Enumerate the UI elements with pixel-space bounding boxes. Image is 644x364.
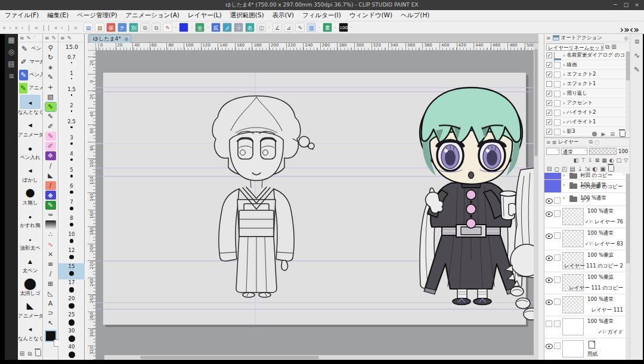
blend-drops-icon[interactable]: ≈	[45, 210, 56, 219]
brush-size-4[interactable]: 4	[58, 151, 85, 167]
auto-action-row[interactable]: ›線画	[544, 60, 626, 70]
layer-row-rough[interactable]: › 100 %通常 ラフ	[544, 193, 626, 206]
scroll-up-icon[interactable]: ˄	[623, 173, 626, 178]
brush-size-7[interactable]: 7	[58, 199, 85, 215]
nav-arrow-icon[interactable]: ❘	[26, 24, 31, 31]
subtool-menu-icon[interactable]: ≡	[45, 35, 49, 41]
auto-action-menu-icon[interactable]: ≡	[546, 35, 551, 41]
brush-size-30[interactable]: 30	[58, 328, 85, 344]
brush-size-3[interactable]: 3	[58, 135, 85, 151]
tool-preset-1[interactable]: ✐マーカ	[18, 55, 42, 69]
palette-color-select[interactable]: ˅	[546, 148, 559, 155]
action-checkbox[interactable]	[546, 110, 552, 116]
correction-pen-icon[interactable]: ✎˅	[163, 23, 172, 32]
auto-action-row[interactable]: ›ハイライト2	[544, 108, 626, 117]
nav-arrow-icon[interactable]: ❘❘	[41, 24, 51, 31]
text-tool-icon[interactable]: A	[45, 299, 56, 308]
action-checkbox[interactable]	[546, 91, 552, 97]
reference-layer-icon[interactable]: ⊤	[581, 157, 586, 163]
canvas-viewport[interactable]	[96, 51, 538, 360]
layer-row-111[interactable]: 100 %通常 レイヤー 111	[544, 294, 626, 316]
move-tool-icon[interactable]: +	[45, 83, 56, 92]
menu-page[interactable]: ページ管理(P)	[77, 11, 117, 20]
save-as-icon[interactable]: 別	[129, 23, 138, 32]
layer-row-111-copy2[interactable]: 100 %乗算 レイヤー 111 のコピー 2	[544, 250, 626, 272]
tool-preset-12[interactable]: ⬤太消しゴ	[18, 276, 42, 298]
add-set-icon[interactable]: ⊞	[611, 43, 616, 50]
layer-row-takeuchi[interactable]: › 100 %通常 竹内先輩 のコピー	[544, 180, 626, 193]
add-tool-icon[interactable]: ⊞	[20, 350, 24, 357]
expand-icon[interactable]: ›	[563, 100, 565, 106]
tool-preset-14[interactable]: ◂なんとなく	[18, 321, 42, 344]
brush-size-1[interactable]: 1	[58, 70, 85, 86]
group-icon[interactable]: ◫˅	[256, 23, 266, 32]
menu-filter[interactable]: フィルター(I)	[302, 11, 341, 20]
menu-edit[interactable]: 編集(E)	[47, 11, 69, 20]
auto-action-row[interactable]: ›エフェクト1	[544, 79, 626, 89]
visibility-eye-icon[interactable]	[546, 211, 553, 217]
record-indicator-icon[interactable]: ◎	[624, 35, 628, 41]
zoom-tool-icon[interactable]: ⚲	[45, 43, 56, 52]
duplicate-tool-icon[interactable]: ⧉	[28, 350, 32, 357]
menu-help[interactable]: ヘルプ(H)	[401, 11, 429, 20]
pink-pen-icon[interactable]: ✎	[45, 132, 56, 141]
open-file-icon[interactable]: ▨	[95, 23, 104, 32]
polyline-icon[interactable]: ◺	[45, 289, 56, 298]
balloon-tool-icon[interactable]: ⊃	[45, 309, 56, 318]
red-eyedropper-icon[interactable]: ∕	[45, 181, 56, 190]
tool-panel-menu-icon[interactable]: ≡	[20, 35, 24, 41]
close-button[interactable]: ×	[632, 0, 642, 10]
new-folder-icon[interactable]: ▤	[569, 166, 575, 172]
chevron-down-icon[interactable]: ˅	[268, 24, 271, 34]
layer-search-tab-icon[interactable]: ⧉	[589, 139, 593, 145]
brush-size-6[interactable]: 6	[58, 183, 85, 199]
paste-icon[interactable]: ⧉	[151, 23, 161, 32]
visibility-eye-icon[interactable]	[546, 234, 553, 239]
visibility-eye-icon[interactable]	[546, 344, 553, 349]
tool-preset-13[interactable]: ◣アニメータ	[18, 298, 42, 321]
maximize-button[interactable]: □	[621, 0, 631, 10]
opacity-value[interactable]: 100	[618, 148, 628, 154]
ruler-show-icon[interactable]: □	[617, 157, 622, 163]
record-action-icon[interactable]	[592, 132, 597, 136]
select-arrow-icon[interactable]: ↖	[45, 319, 56, 328]
green-pen-icon[interactable]: ✎	[45, 201, 56, 210]
tool-preset-3[interactable]: ✎アニメ-	[18, 82, 42, 95]
register-material-icon[interactable]: 素˅	[323, 23, 332, 32]
ruler-pen-icon[interactable]: ✎	[295, 23, 305, 32]
select-all-icon[interactable]: 全˅	[195, 23, 205, 32]
brush-size-2.5[interactable]: 2.5	[58, 119, 85, 135]
pen-icon[interactable]: ✎	[45, 112, 56, 121]
auto-action-tab-label[interactable]: オートアクション	[561, 35, 602, 42]
save-icon[interactable]: 保	[106, 23, 116, 32]
menu-selection[interactable]: 選択範囲(S)	[230, 11, 264, 20]
snap-ruler-icon[interactable]: ▥˅	[306, 23, 316, 32]
stroke-history-icon[interactable]: ∿	[630, 48, 643, 63]
visibility-eye-icon[interactable]	[546, 198, 553, 204]
display-zoom-icon[interactable]: 100˅	[339, 23, 348, 32]
visibility-off-box[interactable]	[546, 321, 552, 327]
action-checkbox[interactable]	[546, 52, 552, 58]
gradient-diamond-icon[interactable]: ◆	[45, 191, 56, 200]
sub-view-icon[interactable]: ⧈	[630, 34, 643, 48]
copy-icon[interactable]: ⧉	[140, 23, 150, 32]
merge-down-icon[interactable]: ⇲	[585, 166, 590, 172]
chevron-down-icon[interactable]: ˅	[351, 24, 353, 34]
tool-preset-5[interactable]: ◂アニメータ	[18, 117, 42, 140]
rotate-canvas-icon[interactable]: ↻	[45, 53, 56, 62]
action-checkbox[interactable]	[546, 119, 552, 125]
cutter-icon[interactable]: ⨯	[45, 250, 56, 259]
visibility-eye-icon[interactable]	[546, 278, 553, 283]
expand-icon[interactable]: ›	[563, 81, 565, 87]
eyedropper-icon[interactable]: ∕	[45, 161, 56, 170]
minimize-button[interactable]: ─	[611, 0, 620, 10]
layer-row-76[interactable]: 100 %通常 ✓⚐レイヤー 76	[544, 206, 626, 228]
ribbon-tool-icon[interactable]: ∿	[45, 240, 56, 249]
transfer-down-icon[interactable]: ⇣	[578, 166, 583, 172]
visibility-eye-icon[interactable]	[546, 256, 553, 261]
auto-action-row[interactable]: ›名前変更ダイアログ のコ	[544, 51, 626, 60]
draft-layer-icon[interactable]: ⇩	[588, 157, 593, 163]
save-channel-icon[interactable]: チ	[117, 23, 127, 32]
layer-tab-label[interactable]: レイヤー	[558, 139, 579, 146]
canvas-tab[interactable]: ゆしたま4*	[89, 35, 131, 43]
